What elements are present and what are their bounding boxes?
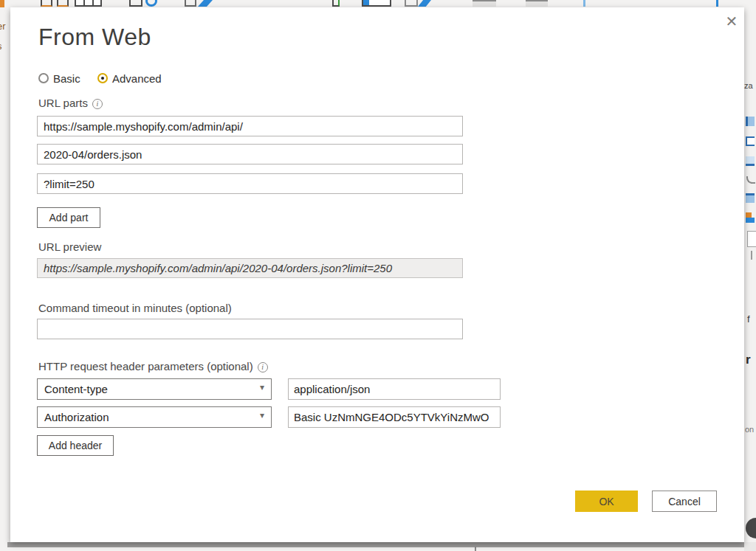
chart-icon-fragment <box>746 176 755 184</box>
url-preview-value: https://sample.myshopify.com/admin/api/2… <box>37 258 463 278</box>
ribbon-icon-fragment <box>405 0 418 7</box>
timeout-label: Command timeout in minutes (optional) <box>38 302 232 314</box>
radio-advanced-circle <box>97 73 108 83</box>
ribbon-icon-fragment <box>41 0 52 7</box>
mode-selector: Basic Advanced <box>38 72 260 86</box>
right-pane-text-fragment: za <box>744 81 753 90</box>
http-headers-label-text: HTTP request header parameters (optional… <box>38 360 253 372</box>
ribbon-icon-fragment <box>716 0 718 7</box>
url-part-input-2[interactable] <box>37 144 463 164</box>
chevron-down-icon: ▾ <box>260 382 264 392</box>
right-pane-text-fragment: r <box>746 353 751 367</box>
pane-box-fragment <box>751 251 752 260</box>
timeout-input[interactable] <box>37 319 463 339</box>
chart-icon-fragment <box>746 117 755 126</box>
url-preview-label: URL preview <box>38 240 101 253</box>
cancel-button[interactable]: Cancel <box>652 491 717 512</box>
ribbon-icon-fragment <box>332 0 340 7</box>
ribbon-icon-fragment <box>526 0 548 7</box>
chart-icon-fragment <box>746 136 755 146</box>
add-header-button[interactable]: Add header <box>37 435 114 456</box>
chevron-down-icon: ▾ <box>260 410 264 420</box>
chart-icon-fragment <box>746 156 755 166</box>
background-statusbar-tick <box>475 547 476 551</box>
ribbon-icon-fragment <box>198 0 213 7</box>
background-left-pane-sliver: er s <box>0 7 10 77</box>
radio-advanced-label: Advanced <box>112 72 162 85</box>
close-icon[interactable]: ✕ <box>721 10 743 32</box>
ribbon-icon-fragment <box>583 0 585 7</box>
radio-advanced-dot <box>101 77 104 80</box>
right-pane-text-fragment: f <box>747 313 750 325</box>
dialog-drop-shadow <box>7 542 746 547</box>
header-name-select-2-value: Authorization <box>44 411 109 423</box>
url-parts-label-text: URL parts <box>38 97 88 109</box>
ribbon-icon-fragment <box>185 0 196 7</box>
info-icon[interactable]: i <box>92 99 103 109</box>
url-parts-label: URL partsi <box>38 97 103 109</box>
ribbon-icon-fragment <box>0 0 4 7</box>
background-visualizations-pane-sliver: za f r on <box>744 7 756 542</box>
url-part-input-1[interactable] <box>37 116 463 136</box>
ribbon-icon-fragment <box>129 0 142 7</box>
ribbon-icon-fragment <box>75 0 102 7</box>
ribbon-icon-fragment <box>472 0 496 7</box>
header-name-select-2[interactable]: Authorization ▾ <box>37 406 272 428</box>
header-value-input-1[interactable] <box>288 378 501 400</box>
chart-icon-fragment <box>746 193 755 203</box>
right-pane-text-fragment: on <box>745 425 754 434</box>
ribbon-icon-fragment <box>57 0 69 7</box>
add-part-button[interactable]: Add part <box>37 207 100 228</box>
header-name-select-1[interactable]: Content-type ▾ <box>37 378 272 400</box>
chart-icon-fragment <box>746 218 755 223</box>
radio-basic-label: Basic <box>53 72 80 85</box>
radio-basic-circle <box>38 73 49 83</box>
header-name-select-1-value: Content-type <box>44 383 108 395</box>
ribbon-icon-fragment <box>145 0 157 7</box>
http-headers-label: HTTP request header parameters (optional… <box>38 360 268 372</box>
left-pane-text-fragment: er <box>0 21 6 32</box>
left-pane-text-fragment: s <box>0 41 2 52</box>
url-part-input-3[interactable] <box>37 173 463 194</box>
ribbon-icon-fragment <box>362 0 391 7</box>
ribbon-strip-background <box>0 0 756 7</box>
info-icon[interactable]: i <box>258 362 268 372</box>
ok-button[interactable]: OK <box>575 491 638 512</box>
pane-box-fragment <box>747 231 756 247</box>
from-web-dialog: ✕ From Web Basic Advanced URL partsi Add… <box>10 7 744 542</box>
dialog-title: From Web <box>38 24 151 51</box>
header-value-input-2[interactable] <box>288 406 501 428</box>
ribbon-icon-fragment <box>418 0 431 7</box>
chart-icon-fragment <box>746 212 752 218</box>
background-statusbar-corner <box>744 542 756 551</box>
